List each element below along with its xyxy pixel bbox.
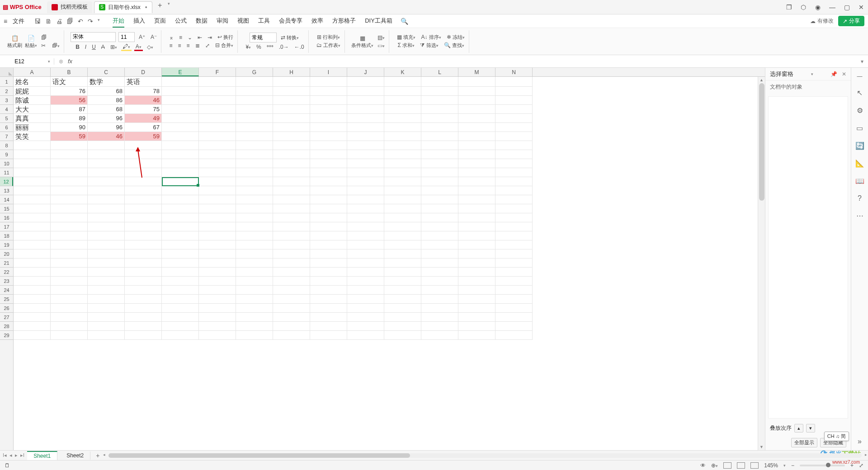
cell[interactable]: 76	[51, 87, 88, 96]
cell[interactable]	[88, 186, 125, 195]
cell[interactable]	[384, 141, 421, 150]
cell[interactable]	[458, 313, 495, 322]
cell[interactable]	[51, 277, 88, 286]
cell[interactable]	[14, 258, 51, 268]
clear-format-icon[interactable]: ◇▾	[146, 44, 155, 50]
cell[interactable]	[495, 195, 533, 204]
align-left-icon[interactable]: ≡	[168, 42, 174, 49]
row-head-1[interactable]: 1	[0, 77, 13, 87]
cell[interactable]	[273, 295, 310, 304]
cell[interactable]	[88, 249, 125, 258]
cell[interactable]	[310, 114, 347, 123]
cell[interactable]	[199, 96, 236, 105]
cell[interactable]	[458, 249, 495, 258]
cell[interactable]	[273, 141, 310, 150]
minimize-icon[interactable]: —	[828, 4, 836, 11]
cell[interactable]	[162, 132, 199, 141]
cell[interactable]	[273, 195, 310, 204]
cell[interactable]	[421, 195, 458, 204]
cell[interactable]	[347, 313, 384, 322]
cell[interactable]	[495, 186, 533, 195]
sheet-prev-icon[interactable]: ◂	[9, 452, 12, 458]
cell[interactable]	[236, 195, 273, 204]
cell[interactable]	[236, 186, 273, 195]
cell[interactable]	[384, 159, 421, 168]
tab-current-file[interactable]: S 日期年份.xlsx •	[94, 1, 152, 13]
cell[interactable]	[347, 105, 384, 114]
cell[interactable]	[14, 186, 51, 195]
cell[interactable]	[162, 195, 199, 204]
font-name-select[interactable]	[71, 32, 116, 42]
cell[interactable]	[273, 168, 310, 177]
cell[interactable]	[310, 240, 347, 249]
cell[interactable]	[236, 322, 273, 331]
cell[interactable]	[273, 331, 310, 340]
quick-access-more[interactable]: ▾	[98, 18, 100, 25]
cell[interactable]	[14, 249, 51, 258]
table-style-icon[interactable]: ▤▾	[376, 34, 386, 41]
cell[interactable]	[88, 213, 125, 222]
menu-tab-0[interactable]: 开始	[113, 15, 124, 28]
select-tool-icon[interactable]: ↖	[857, 89, 863, 97]
menu-tab-6[interactable]: 视图	[237, 15, 249, 28]
maximize-icon[interactable]: ▢	[843, 4, 851, 11]
zoom-slider[interactable]	[800, 465, 845, 466]
cell[interactable]	[458, 177, 495, 186]
cell[interactable]	[421, 240, 458, 249]
menu-tab-1[interactable]: 插入	[133, 15, 145, 28]
cell[interactable]	[347, 123, 384, 132]
cell[interactable]	[421, 304, 458, 313]
cell[interactable]	[310, 77, 347, 87]
zoom-value[interactable]: 145%	[764, 462, 778, 469]
cell[interactable]	[162, 322, 199, 331]
cell[interactable]	[236, 87, 273, 96]
cell[interactable]	[273, 286, 310, 295]
cell[interactable]	[421, 87, 458, 96]
freeze-icon[interactable]: ❄ 冻结▾	[445, 34, 466, 41]
cell[interactable]	[199, 213, 236, 222]
cell[interactable]	[384, 87, 421, 96]
cell[interactable]	[458, 141, 495, 150]
cell[interactable]	[51, 141, 88, 150]
font-color-icon[interactable]: A▾	[134, 43, 143, 51]
filter-icon[interactable]: ⧩ 筛选▾	[419, 42, 439, 49]
cell[interactable]	[14, 304, 51, 313]
cell[interactable]	[458, 240, 495, 249]
cell[interactable]	[51, 231, 88, 240]
cell[interactable]: 大大	[14, 105, 51, 114]
cell[interactable]	[495, 141, 533, 150]
cell[interactable]	[384, 77, 421, 87]
cell[interactable]	[162, 177, 199, 186]
cell[interactable]	[384, 331, 421, 340]
cell[interactable]	[384, 195, 421, 204]
cell-reference-input[interactable]	[4, 58, 35, 65]
cell[interactable]	[236, 96, 273, 105]
cell[interactable]	[347, 304, 384, 313]
cell[interactable]	[384, 204, 421, 213]
percent-icon[interactable]: %	[255, 44, 263, 50]
cell[interactable]	[236, 331, 273, 340]
cell[interactable]	[495, 114, 533, 123]
cell[interactable]	[384, 213, 421, 222]
cell[interactable]	[51, 268, 88, 277]
row-head-16[interactable]: 16	[0, 213, 13, 222]
row-head-17[interactable]: 17	[0, 222, 13, 231]
cell[interactable]	[273, 204, 310, 213]
cell[interactable]	[199, 322, 236, 331]
row-head-22[interactable]: 22	[0, 268, 13, 277]
cell[interactable]	[458, 132, 495, 141]
cell[interactable]	[347, 96, 384, 105]
col-head-L[interactable]: L	[421, 68, 458, 76]
cell[interactable]	[421, 277, 458, 286]
cell[interactable]	[162, 87, 199, 96]
more-icon[interactable]: ⋯	[856, 212, 863, 220]
col-head-J[interactable]: J	[347, 68, 384, 76]
cell[interactable]: 59	[51, 132, 88, 141]
row-head-28[interactable]: 28	[0, 322, 13, 331]
cell[interactable]	[125, 240, 162, 249]
cell[interactable]	[125, 222, 162, 231]
cell[interactable]	[51, 159, 88, 168]
cell[interactable]: 96	[88, 114, 125, 123]
cut-icon[interactable]: ✂	[40, 42, 48, 49]
cell[interactable]	[51, 286, 88, 295]
